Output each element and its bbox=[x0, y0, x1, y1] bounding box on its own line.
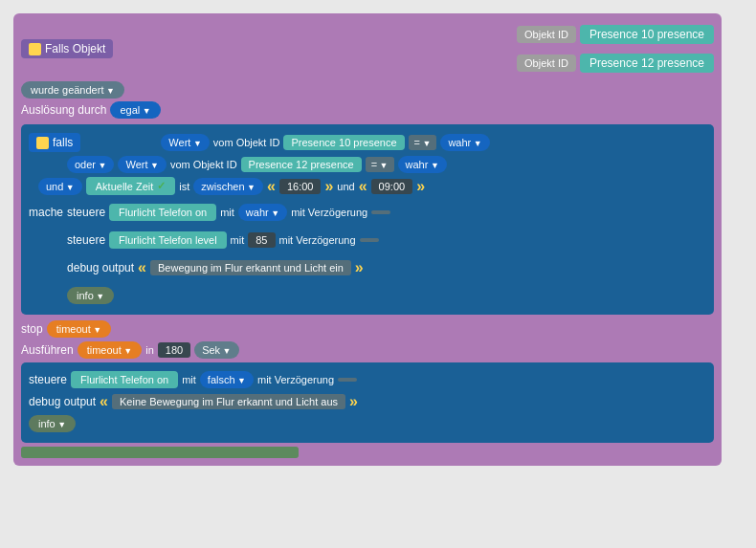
quote-close-1: » bbox=[324, 178, 333, 195]
info-btn-2[interactable]: info bbox=[29, 415, 76, 432]
steuere-label-1: steuere bbox=[67, 206, 105, 219]
keine-bewegung-text: Keine Bewegung im Flur erkannt und Licht… bbox=[112, 394, 345, 409]
presence-10-ref: Presence 10 presence bbox=[283, 135, 404, 150]
ausfuehren-label: Ausführen bbox=[21, 343, 74, 357]
checkmark: ✓ bbox=[157, 180, 166, 192]
auslosung-label: Auslösung durch bbox=[21, 103, 106, 117]
ausfuehren-row: Ausführen timeout in 180 Sek bbox=[21, 341, 714, 359]
und-time-label: und bbox=[337, 181, 354, 192]
mache-section: mache steuere Flurlicht Telefon on mit w… bbox=[29, 201, 706, 307]
ist-label: ist bbox=[179, 181, 189, 192]
falls-container: falls Wert vom Objekt ID Presence 10 pre… bbox=[21, 124, 714, 315]
wahr-btn-1[interactable]: wahr bbox=[440, 134, 489, 151]
info-row-2: info bbox=[29, 415, 706, 432]
wurde-geaendert-btn[interactable]: wurde geändert bbox=[21, 81, 124, 99]
in-label: in bbox=[145, 344, 154, 356]
mit-verz-label-1: mit Verzögerung bbox=[291, 207, 367, 218]
debug-row-2: debug output « Keine Bewegung im Flur er… bbox=[29, 393, 706, 410]
mit-label-2: mit bbox=[231, 234, 245, 246]
objekt-id-row-2: Objekt ID Presence 12 presence bbox=[517, 54, 714, 73]
presence-12-value: Presence 12 presence bbox=[580, 54, 714, 73]
gear-icon bbox=[29, 43, 41, 55]
flurlicht-level-value: Flurlicht Telefon level bbox=[109, 231, 227, 249]
stop-label: stop bbox=[21, 322, 43, 336]
sek-btn[interactable]: Sek bbox=[194, 341, 238, 359]
time2-value: 09:00 bbox=[371, 179, 413, 194]
debug-row-1: debug output « Bewegung im Flur erkannt … bbox=[67, 259, 706, 276]
vom-objekt-label-1: vom Objekt ID bbox=[213, 137, 280, 148]
flurlicht-on-2-value: Flurlicht Telefon on bbox=[71, 371, 178, 388]
objekt-id-label-2: Objekt ID bbox=[517, 55, 576, 72]
presence-12-ref: Presence 12 presence bbox=[241, 157, 362, 172]
value-85: 85 bbox=[248, 232, 275, 248]
quote-close-2: » bbox=[416, 178, 425, 195]
falls-objekt-row: Falls Objekt Objekt ID Presence 10 prese… bbox=[21, 22, 714, 76]
delay-indicator-2 bbox=[360, 238, 379, 242]
flurlicht-on-value: Flurlicht Telefon on bbox=[109, 204, 216, 221]
bottom-bar bbox=[21, 447, 299, 458]
stop-timeout-row: stop timeout bbox=[21, 320, 714, 338]
second-action-container: steuere Flurlicht Telefon on mit falsch … bbox=[21, 362, 714, 443]
equals-2[interactable]: = bbox=[366, 157, 394, 172]
und-btn[interactable]: und bbox=[38, 178, 82, 195]
info-btn-1[interactable]: info bbox=[67, 287, 114, 304]
debug-label-1: debug output bbox=[67, 261, 134, 274]
delay-indicator-1 bbox=[371, 210, 390, 214]
falsch-btn[interactable]: falsch bbox=[200, 371, 254, 388]
string-quote-close-1: » bbox=[355, 259, 364, 276]
objekt-id-row-1: Objekt ID Presence 10 presence bbox=[517, 25, 714, 44]
steuere-label-2: steuere bbox=[67, 233, 105, 247]
timeout-btn-2[interactable]: timeout bbox=[78, 341, 143, 359]
falls-row: falls Wert vom Objekt ID Presence 10 pre… bbox=[29, 133, 706, 152]
string-quote-open-1: « bbox=[138, 259, 146, 276]
und-zeit-row: und Aktuelle Zeit ✓ ist zwischen « 16:00… bbox=[38, 177, 706, 195]
wurde-geaendert-row: wurde geändert bbox=[21, 81, 714, 99]
falls-label: falls bbox=[53, 136, 73, 149]
steuere-row-1: steuere Flurlicht Telefon on mit wahr mi… bbox=[67, 204, 706, 221]
debug-label-2: debug output bbox=[29, 395, 96, 408]
steuere-row-2: steuere Flurlicht Telefon level mit 85 m… bbox=[67, 231, 706, 249]
bewegung-text: Bewegung im Flur erkannt und Licht ein bbox=[150, 260, 351, 275]
aktuelle-zeit-label: Aktuelle Zeit bbox=[96, 181, 154, 192]
mache-label: mache bbox=[29, 201, 63, 219]
oder-btn[interactable]: oder bbox=[67, 156, 114, 173]
wahr-btn-3[interactable]: wahr bbox=[238, 204, 287, 221]
steuere-label-3: steuere bbox=[29, 373, 67, 386]
mit-verz-label-3: mit Verzögerung bbox=[257, 374, 334, 385]
quote-open-2: « bbox=[359, 178, 367, 195]
vom-objekt-label-2: vom Objekt ID bbox=[170, 159, 237, 170]
steuere-off-row: steuere Flurlicht Telefon on mit falsch … bbox=[29, 371, 706, 388]
time1-value: 16:00 bbox=[279, 179, 322, 194]
value-180: 180 bbox=[158, 342, 190, 358]
auslosung-row: Auslösung durch egal bbox=[21, 101, 714, 119]
wert-btn-2[interactable]: Wert bbox=[118, 156, 166, 173]
quote-open-1: « bbox=[267, 178, 276, 195]
wahr-btn-2[interactable]: wahr bbox=[398, 156, 447, 173]
mit-verz-label-2: mit Verzögerung bbox=[279, 234, 356, 246]
presence-10-value: Presence 10 presence bbox=[580, 25, 714, 44]
string-quote-close-2: » bbox=[349, 393, 358, 410]
mit-label-1: mit bbox=[220, 207, 234, 218]
objekt-id-label-1: Objekt ID bbox=[517, 26, 576, 43]
equals-1[interactable]: = bbox=[409, 135, 437, 150]
zwischen-btn[interactable]: zwischen bbox=[193, 178, 263, 195]
wert-btn-1[interactable]: Wert bbox=[161, 134, 209, 151]
mit-label-3: mit bbox=[182, 374, 196, 385]
delay-indicator-3 bbox=[338, 378, 357, 382]
oder-row: oder Wert vom Objekt ID Presence 12 pres… bbox=[67, 156, 706, 173]
timeout-btn-1[interactable]: timeout bbox=[47, 320, 112, 338]
falls-objekt-label: Falls Objekt bbox=[45, 42, 105, 55]
egal-btn[interactable]: egal bbox=[110, 101, 160, 119]
falls-objekt-container: Falls Objekt Objekt ID Presence 10 prese… bbox=[13, 13, 722, 466]
string-quote-open-2: « bbox=[100, 393, 108, 410]
info-row-1: info bbox=[67, 287, 706, 304]
falls-gear-icon bbox=[36, 137, 49, 149]
